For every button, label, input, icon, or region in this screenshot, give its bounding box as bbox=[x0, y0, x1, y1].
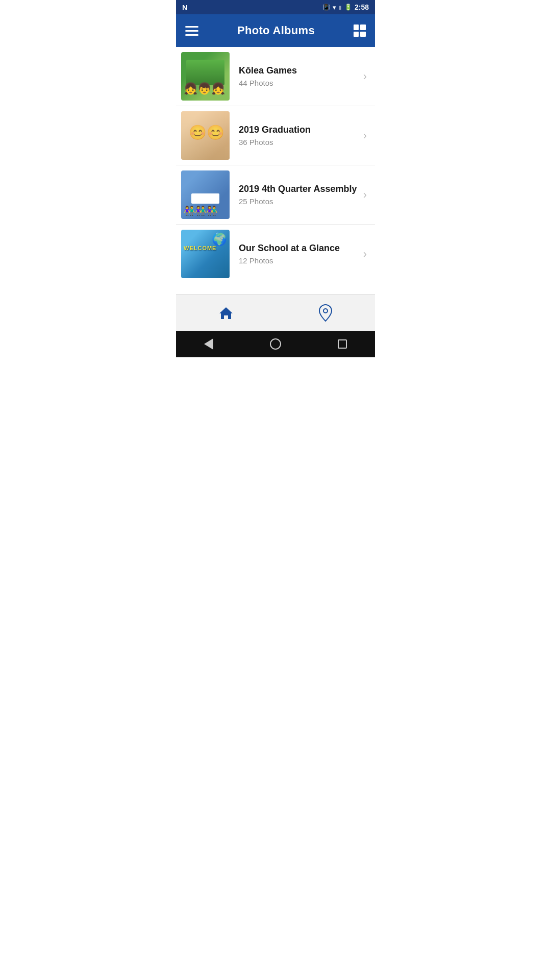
album-thumbnail-4 bbox=[181, 230, 230, 278]
album-count-2: 36 Photos bbox=[239, 138, 359, 146]
back-triangle-icon bbox=[204, 338, 213, 350]
status-logo: N bbox=[182, 3, 188, 12]
chevron-right-icon-4: › bbox=[363, 248, 367, 261]
signal-icon: ▮ bbox=[339, 5, 342, 10]
album-item[interactable]: Our School at a Glance 12 Photos › bbox=[176, 225, 375, 283]
album-count-3: 25 Photos bbox=[239, 197, 359, 206]
status-bar: N 📳 ▾ ▮ 🔋 2:58 bbox=[176, 0, 375, 14]
wifi-icon: ▾ bbox=[333, 4, 336, 11]
recents-square-icon bbox=[338, 339, 347, 349]
album-item[interactable]: Kōlea Games 44 Photos › bbox=[176, 47, 375, 106]
album-thumbnail-3 bbox=[181, 170, 230, 219]
chevron-right-icon-3: › bbox=[363, 188, 367, 202]
battery-icon: 🔋 bbox=[344, 4, 352, 11]
album-info-2: 2019 Graduation 36 Photos bbox=[239, 125, 359, 146]
menu-button[interactable] bbox=[185, 26, 198, 36]
android-navigation-bar bbox=[176, 331, 375, 357]
album-thumbnail-2 bbox=[181, 111, 230, 160]
album-item[interactable]: 2019 Graduation 36 Photos › bbox=[176, 106, 375, 165]
album-name-2: 2019 Graduation bbox=[239, 125, 359, 135]
chevron-right-icon-1: › bbox=[363, 70, 367, 83]
album-count-1: 44 Photos bbox=[239, 79, 359, 87]
map-pin-icon bbox=[318, 304, 333, 322]
android-recents-button[interactable] bbox=[338, 339, 347, 349]
album-info-1: Kōlea Games 44 Photos bbox=[239, 65, 359, 87]
album-info-3: 2019 4th Quarter Assembly 25 Photos bbox=[239, 184, 359, 206]
page-title: Photo Albums bbox=[237, 24, 315, 37]
album-info-4: Our School at a Glance 12 Photos bbox=[239, 243, 359, 265]
album-count-4: 12 Photos bbox=[239, 256, 359, 265]
album-name-1: Kōlea Games bbox=[239, 65, 359, 76]
grid-view-button[interactable] bbox=[354, 24, 366, 37]
android-home-button[interactable] bbox=[270, 338, 281, 350]
home-icon bbox=[218, 305, 234, 321]
album-name-3: 2019 4th Quarter Assembly bbox=[239, 184, 359, 194]
albums-list: Kōlea Games 44 Photos › 2019 Graduation … bbox=[176, 47, 375, 294]
vibrate-icon: 📳 bbox=[322, 4, 330, 11]
android-back-button[interactable] bbox=[204, 338, 213, 350]
nav-home-button[interactable] bbox=[206, 301, 246, 325]
home-circle-icon bbox=[270, 338, 281, 350]
svg-point-0 bbox=[323, 309, 328, 313]
hamburger-line-3 bbox=[185, 34, 198, 36]
album-name-4: Our School at a Glance bbox=[239, 243, 359, 254]
nav-map-button[interactable] bbox=[306, 300, 345, 326]
app-logo-status: N bbox=[182, 3, 188, 12]
status-time: 2:58 bbox=[355, 3, 369, 11]
hamburger-line-1 bbox=[185, 26, 198, 28]
chevron-right-icon-2: › bbox=[363, 129, 367, 142]
album-item[interactable]: 2019 4th Quarter Assembly 25 Photos › bbox=[176, 165, 375, 225]
app-bar: Photo Albums bbox=[176, 14, 375, 47]
album-thumbnail-1 bbox=[181, 52, 230, 101]
status-icons: 📳 ▾ ▮ 🔋 2:58 bbox=[322, 3, 369, 11]
hamburger-line-2 bbox=[185, 30, 198, 32]
bottom-navigation bbox=[176, 294, 375, 331]
